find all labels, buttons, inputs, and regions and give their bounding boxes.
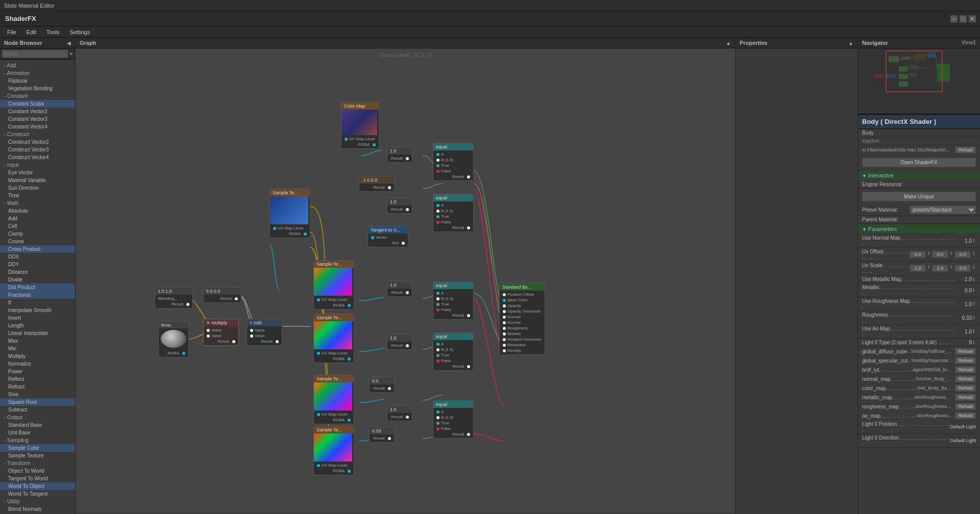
- node-fractional[interactable]: Fractional: [0, 291, 75, 299]
- node-sample-tex-3[interactable]: Sample Te... UV Map Level RGBA: [313, 260, 354, 310]
- uv-offset-x[interactable]: [910, 251, 926, 258]
- node-cell[interactable]: Cell: [0, 222, 75, 230]
- metallic-map-reload[interactable]: Reload: [955, 394, 976, 401]
- node-sine[interactable]: Sine: [0, 391, 75, 398]
- menu-file[interactable]: File: [2, 28, 21, 36]
- uv-offset-y[interactable]: [932, 251, 948, 258]
- node-sample-tex-2[interactable]: Sample Te... UV Map Level RGBA: [270, 189, 310, 238]
- group-constant-label[interactable]: - Constant: [0, 92, 75, 100]
- node-sun-direction[interactable]: Sun Direction: [0, 184, 75, 192]
- parameters-section[interactable]: Parameters: [858, 224, 980, 234]
- standard-bs-node[interactable]: Standard Bs... Position Offset Base Colo…: [499, 283, 545, 355]
- node-material-variable[interactable]: Material Variable: [0, 176, 75, 184]
- node-ddy[interactable]: DDY: [0, 261, 75, 268]
- global-specular-reload[interactable]: Reload: [955, 357, 976, 364]
- node-multiply[interactable]: Multiply: [0, 352, 75, 360]
- scalar-node-4[interactable]: 1.0 Result: [387, 334, 412, 350]
- node-clamp[interactable]: Clamp: [0, 230, 75, 238]
- minimize-button[interactable]: ─: [950, 15, 958, 22]
- add-node[interactable]: + Add Value Value Result: [247, 319, 282, 346]
- uv-offset-z-arrow[interactable]: ⇕: [972, 251, 976, 258]
- close-button[interactable]: ✕: [969, 15, 976, 22]
- node-construct-vector4[interactable]: Construct Vector4: [0, 153, 75, 161]
- const-scalar-node[interactable]: .1.0.5.0 Result: [359, 176, 395, 192]
- uv-scale-z[interactable]: [954, 265, 971, 272]
- node-absolute[interactable]: Absolute: [0, 207, 75, 215]
- use-normal-map-arrow[interactable]: ⇕: [972, 238, 976, 243]
- normal-map-reload[interactable]: Reload: [955, 375, 976, 382]
- brdf-lut-reload[interactable]: Reload: [955, 366, 976, 373]
- use-metallic-map-arrow[interactable]: ⇕: [972, 277, 976, 282]
- group-construct-label[interactable]: - Construct: [0, 131, 75, 138]
- node-interpolate-smooth[interactable]: Interpolate Smooth: [0, 306, 75, 314]
- use-roughness-map-arrow[interactable]: ⇕: [972, 301, 976, 306]
- scalar-node-6[interactable]: 0.33 Result: [369, 427, 395, 443]
- open-shaderfx-button[interactable]: Open ShaderFX: [862, 158, 976, 167]
- node-normalize[interactable]: Normalize: [0, 360, 75, 368]
- node-blend-normals[interactable]: Blend Normals: [0, 505, 75, 513]
- node-constant-vector2[interactable]: Constant Vector2: [0, 108, 75, 115]
- node-sample-tex-4[interactable]: Sample Te... UV Map Level RGBA: [313, 314, 354, 363]
- uv-offset-z[interactable]: [954, 251, 971, 258]
- node-5000[interactable]: 5.0.0.0 Result: [203, 287, 241, 303]
- uv-scale-x-arrow[interactable]: ⇕: [927, 265, 931, 272]
- menu-tools[interactable]: Tools: [41, 28, 65, 36]
- node-dot-product[interactable]: Dot Product: [0, 284, 75, 291]
- node-min[interactable]: Min: [0, 345, 75, 352]
- node-construct-vector3[interactable]: Construct Vector3: [0, 146, 75, 153]
- collapse-graph-button[interactable]: ▲: [726, 40, 731, 46]
- node-constant-vector3[interactable]: Constant Vector3: [0, 115, 75, 123]
- menu-settings[interactable]: Settings: [64, 28, 95, 36]
- node-tangent-to-world[interactable]: Tangent To World: [0, 475, 75, 482]
- metallic-arrow[interactable]: ⇕: [972, 288, 976, 293]
- node-constant-scalar[interactable]: Constant Scalar: [0, 100, 75, 108]
- collapse-node-browser-button[interactable]: ◀: [67, 40, 71, 46]
- node-standard-base[interactable]: Standard Base: [0, 421, 75, 429]
- node-square-root[interactable]: Square Root: [0, 398, 75, 406]
- node-max[interactable]: Max: [0, 337, 75, 345]
- group-output-label[interactable]: - Output: [0, 414, 75, 421]
- equal-node-3[interactable]: equal A B (1.0) True False Result: [433, 281, 474, 320]
- interactive-section[interactable]: Interactive: [858, 170, 980, 181]
- node-flipbook[interactable]: Flipbook: [0, 77, 75, 85]
- node-world-to-tangent[interactable]: World To Tangent: [0, 490, 75, 498]
- node-sample-tex-5[interactable]: Sample Te... UV Map Level RGBA: [313, 375, 354, 424]
- group-input-label[interactable]: - Input: [0, 161, 75, 169]
- scalar-node-1[interactable]: 1.0 Result: [387, 147, 412, 163]
- node-add[interactable]: Add: [0, 215, 75, 222]
- scalar-node-3[interactable]: 1.0 Result: [387, 281, 412, 297]
- roughness-arrow[interactable]: ⇕: [972, 315, 976, 320]
- group-utility-label[interactable]: - Utility: [0, 498, 75, 505]
- search-x-icon[interactable]: ✕: [69, 51, 73, 57]
- node-if[interactable]: If: [0, 299, 75, 306]
- uv-scale-y[interactable]: [932, 265, 948, 272]
- scalar-node-5[interactable]: 0.0 Result: [369, 377, 395, 393]
- node-object-to-world[interactable]: Object To World: [0, 467, 75, 475]
- group-transform-label[interactable]: - Transform: [0, 459, 75, 467]
- search-input[interactable]: [2, 50, 68, 58]
- node-construct-vector2[interactable]: Construct Vector2: [0, 138, 75, 146]
- node-invert[interactable]: Invert: [0, 314, 75, 322]
- equal-node-2[interactable]: equal A B (1.0) True False Result: [433, 194, 474, 232]
- roughness-map-reload[interactable]: Reload: [955, 403, 976, 410]
- node-unit-base[interactable]: Unit Base: [0, 429, 75, 436]
- equal-node-4[interactable]: equal A B (1.0) True False Result: [433, 332, 474, 371]
- preset-material-select[interactable]: presets/Standard: [910, 205, 976, 214]
- node-constant-vector4[interactable]: Constant Vector4: [0, 123, 75, 131]
- group-sampling-label[interactable]: - Sampling: [0, 436, 75, 444]
- make-unique-button[interactable]: Make Unique: [862, 192, 976, 201]
- node-eye-vector[interactable]: Eye Vector: [0, 169, 75, 176]
- multiply-node[interactable]: ✕ Multiply Value Value Result: [203, 319, 239, 346]
- node-cross-product[interactable]: Cross Product: [0, 245, 75, 253]
- equal-node-1[interactable]: equal A B (1.0) True False Result: [433, 143, 474, 181]
- node-sample-cube[interactable]: Sample Cube: [0, 444, 75, 452]
- uv-scale-y-arrow[interactable]: ⇕: [949, 265, 953, 272]
- color-map-param-reload[interactable]: Reload: [955, 384, 976, 392]
- ao-map-reload[interactable]: Reload: [955, 412, 976, 419]
- menu-edit[interactable]: Edit: [21, 28, 41, 36]
- scalar-node-7[interactable]: 1.0 Result: [387, 405, 412, 421]
- node-cosine[interactable]: Cosine: [0, 238, 75, 245]
- node-subtract[interactable]: Subtract: [0, 406, 75, 414]
- global-diffuse-reload[interactable]: Reload: [955, 348, 976, 355]
- uv-scale-x[interactable]: [910, 265, 926, 272]
